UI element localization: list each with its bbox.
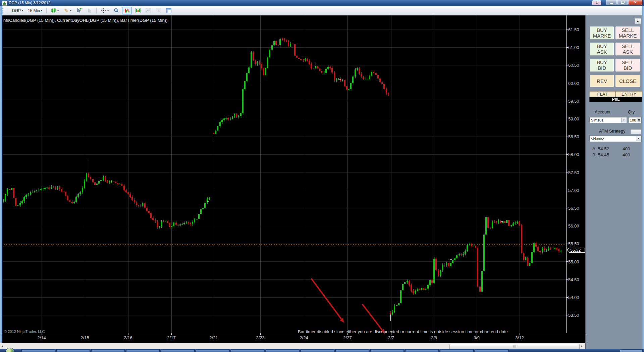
flat-tab[interactable]: FLAT <box>589 91 615 97</box>
up-arrow-icon: ▲ <box>637 19 639 22</box>
chart-trader-panel: ▲ BUYMARKE SELLMARKE BUYASK SELLASK BUYB… <box>585 15 642 349</box>
window-border-left <box>0 6 2 349</box>
columns-icon <box>166 8 172 13</box>
zoom-button[interactable] <box>112 7 121 14</box>
date-axis-label: 3/9 <box>474 335 480 340</box>
panel-scroll-up-button[interactable]: ▲ <box>634 18 641 24</box>
scrollbar-thumb[interactable] <box>449 344 580 349</box>
minimize-button[interactable] <box>606 0 617 5</box>
cursor-plus-icon <box>76 8 82 13</box>
panel-footer <box>585 343 642 349</box>
taskbar-button[interactable] <box>266 349 299 352</box>
data-panel-toggle-selected[interactable] <box>122 7 132 14</box>
taskbar-button[interactable] <box>126 349 160 352</box>
taskbar-button[interactable] <box>475 349 508 352</box>
scroll-right-icon[interactable]: ▸ <box>581 344 583 348</box>
price-axis-label: 59.00 <box>568 116 579 121</box>
scroll-left-icon[interactable]: ◂ <box>1 344 3 348</box>
magnifier-icon <box>113 8 119 13</box>
candlestick-style-icon <box>51 8 56 13</box>
buy-market-button[interactable]: BUYMARKE <box>590 26 614 40</box>
price-axis-label: 60.50 <box>568 63 579 68</box>
date-axis-label: 2/17 <box>167 335 175 340</box>
quantity-stepper[interactable]: 100 <box>628 117 642 123</box>
interval-dropdown[interactable]: 15 Min▾ <box>26 8 44 14</box>
date-axis-label: 2/14 <box>37 335 46 340</box>
entry-tab[interactable]: ENTRY <box>615 91 642 97</box>
buy-ask-button[interactable]: BUYASK <box>590 42 614 56</box>
close-position-button[interactable]: CLOSE <box>615 74 640 87</box>
taskbar-button[interactable] <box>21 349 55 352</box>
buy-bid-button[interactable]: BUYBID <box>590 58 614 72</box>
restore-button[interactable] <box>617 0 628 5</box>
atm-options-button[interactable] <box>630 129 641 134</box>
taskbar-button[interactable] <box>370 349 404 352</box>
cursor-icon <box>87 8 92 13</box>
sell-market-button[interactable]: SELLMARKE <box>615 26 640 40</box>
separator <box>96 8 97 14</box>
date-axis-label: 2/24 <box>300 335 308 340</box>
price-axis-label: 56.00 <box>568 223 579 229</box>
price-axis-label: 58.50 <box>568 134 579 139</box>
account-select[interactable]: Sim101▾ <box>589 117 627 123</box>
chart-window-icon <box>2 1 7 6</box>
taskbar-button[interactable] <box>91 349 125 352</box>
bid-quote-label: B: 54.45 <box>592 152 609 157</box>
atm-strategy-label: ATM Strategy <box>599 129 626 134</box>
price-axis-label: 55.50 <box>568 241 579 246</box>
price-axis-label: 56.50 <box>568 206 579 211</box>
line-chart-icon <box>145 8 151 13</box>
toolbar-grip[interactable] <box>2 8 4 13</box>
date-axis-label: 3/12 <box>515 335 524 340</box>
taskbar-button[interactable] <box>405 349 439 352</box>
taskbar-button[interactable] <box>335 349 369 352</box>
chevron-down-icon: ▾ <box>107 9 109 12</box>
crosshair-dropdown[interactable]: ▾ <box>99 7 110 14</box>
qty-label: Qty <box>628 109 635 114</box>
bars-panel-icon <box>124 8 130 13</box>
s-icon: S <box>156 8 161 13</box>
date-axis-label: 2/16 <box>124 335 132 340</box>
date-axis-label: 3/8 <box>431 335 437 340</box>
taskbar-button[interactable] <box>161 349 195 352</box>
title-bar: DGP (15 Min) 3/12/2012 L × <box>0 0 644 6</box>
chart-horizontal-scrollbar[interactable]: ◂ ▸ <box>0 343 585 349</box>
chevron-down-icon: ▾ <box>41 9 42 12</box>
pencil-icon: ✎ <box>63 8 69 13</box>
chevron-down-icon: ▾ <box>70 9 71 12</box>
taskbar-button[interactable] <box>196 349 229 352</box>
indicator-label: nfsCandles(DGP (15 Min)), CurrentDayOHL(… <box>3 18 167 23</box>
date-axis-label: 2/23 <box>256 335 264 340</box>
link-button[interactable]: L <box>592 0 601 5</box>
sell-bid-button[interactable]: SELLBID <box>615 58 640 72</box>
remove-drawing-button[interactable] <box>85 7 94 14</box>
atm-strategy-select[interactable]: <None>▾ <box>589 136 642 142</box>
taskbar-button[interactable] <box>301 349 334 352</box>
reverse-button[interactable]: REV <box>590 74 614 87</box>
line-chart-icon-button[interactable] <box>144 7 153 14</box>
svg-text:S: S <box>157 9 160 12</box>
chevron-down-icon: ▾ <box>22 9 23 12</box>
price-axis-label: 57.50 <box>568 170 579 175</box>
price-axis-label: 54.50 <box>568 277 579 282</box>
strategy-icon-button[interactable]: S <box>154 7 163 14</box>
stepper-arrows-icon[interactable] <box>637 118 641 122</box>
drawing-tools-dropdown[interactable]: ✎ ▾ <box>62 7 73 14</box>
chart-style-dropdown[interactable]: ▾ <box>49 7 60 14</box>
add-indicator-button[interactable] <box>74 7 84 14</box>
instrument-dropdown[interactable]: DGP▾ <box>10 8 25 14</box>
account-label: Account <box>595 109 610 114</box>
sell-ask-button[interactable]: SELLASK <box>615 42 640 56</box>
panel-layout-button[interactable] <box>164 7 173 14</box>
taskbar-button[interactable] <box>231 349 264 352</box>
candles-icon <box>135 8 141 13</box>
chart-canvas[interactable] <box>2 15 585 343</box>
chart-toolbar: DGP▾ 15 Min▾ ▾ ✎ ▾ ▾ <box>0 6 644 15</box>
close-button[interactable]: × <box>628 0 643 5</box>
taskbar-button[interactable] <box>440 349 474 352</box>
separator <box>46 8 47 14</box>
taskbar-button[interactable] <box>56 349 90 352</box>
price-axis-label: 55.00 <box>568 259 579 264</box>
date-axis-label: 2/21 <box>209 335 218 340</box>
chart-trader-toggle[interactable] <box>133 7 142 14</box>
